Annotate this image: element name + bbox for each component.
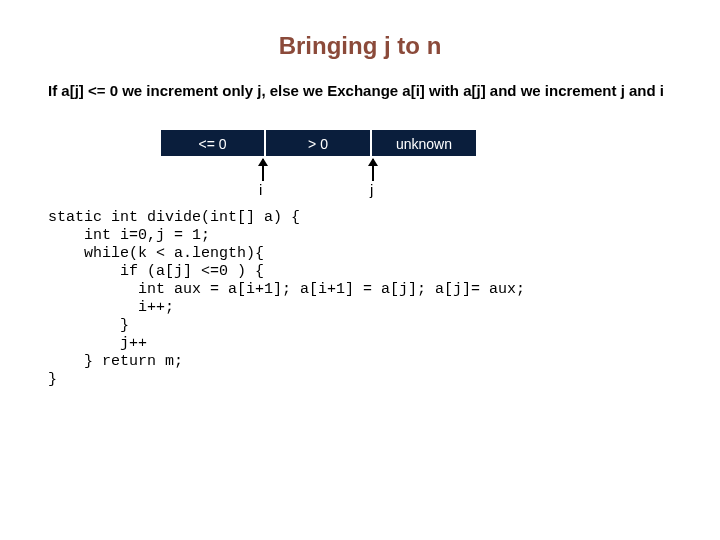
code-line: } — [48, 371, 57, 388]
code-block: static int divide(int[] a) { int i=0,j =… — [48, 209, 720, 389]
cell-leq-zero: <= 0 — [160, 129, 265, 157]
code-line: if (a[j] <=0 ) { — [48, 263, 264, 280]
code-line: } return m; — [48, 353, 183, 370]
code-line: } — [48, 317, 129, 334]
array-diagram: <= 0 > 0 unknown i j — [0, 129, 720, 209]
code-line: j++ — [48, 335, 147, 352]
array-cells: <= 0 > 0 unknown — [160, 129, 477, 157]
cell-unknown: unknown — [371, 129, 477, 157]
slide-title: Bringing j to n — [0, 32, 720, 60]
arrow-i-icon — [262, 159, 264, 181]
cell-gt-zero: > 0 — [265, 129, 371, 157]
arrow-j-icon — [372, 159, 374, 181]
code-line: static int divide(int[] a) { — [48, 209, 300, 226]
code-line: int i=0,j = 1; — [48, 227, 210, 244]
code-line: i++; — [48, 299, 174, 316]
label-i: i — [259, 181, 262, 198]
description-text: If a[j] <= 0 we increment only j, else w… — [48, 82, 672, 101]
label-j: j — [370, 181, 373, 198]
code-line: int aux = a[i+1]; a[i+1] = a[j]; a[j]= a… — [48, 281, 525, 298]
code-line: while(k < a.length){ — [48, 245, 264, 262]
